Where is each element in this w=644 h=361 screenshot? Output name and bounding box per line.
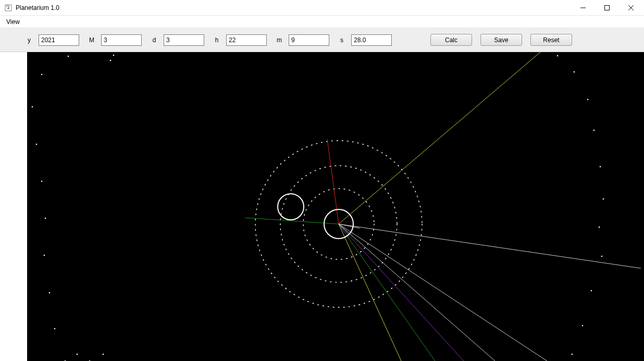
svg-line-35: [327, 139, 339, 224]
svg-point-28: [572, 354, 573, 355]
svg-point-27: [582, 325, 584, 327]
svg-point-23: [603, 198, 604, 200]
svg-point-21: [593, 130, 595, 131]
save-button[interactable]: Save: [480, 34, 522, 46]
svg-line-44: [339, 224, 495, 361]
app-icon: [4, 4, 13, 12]
planetarium-canvas[interactable]: [27, 52, 644, 361]
svg-point-47: [278, 194, 304, 220]
svg-point-16: [110, 60, 112, 61]
svg-point-7: [41, 181, 43, 182]
close-button[interactable]: [619, 0, 643, 15]
svg-line-40: [339, 224, 464, 361]
svg-point-15: [41, 74, 43, 76]
svg-point-26: [591, 290, 592, 292]
svg-point-14: [32, 106, 33, 108]
toolbar: y M d h m s Calc Save Reset: [0, 28, 644, 52]
menubar: View: [0, 16, 644, 28]
svg-point-31: [103, 354, 104, 355]
svg-point-24: [599, 227, 600, 228]
svg-point-25: [601, 256, 603, 257]
svg-point-20: [587, 99, 589, 101]
svg-line-37: [339, 224, 435, 361]
svg-line-42: [339, 224, 641, 268]
calc-button[interactable]: Calc: [430, 34, 472, 46]
svg-point-10: [49, 292, 51, 294]
reset-button[interactable]: Reset: [530, 34, 572, 46]
label-month: M: [89, 36, 95, 44]
input-day[interactable]: [164, 34, 204, 46]
svg-point-29: [557, 55, 559, 57]
svg-point-19: [574, 71, 575, 73]
window-titlebar: Planetarium 1.0: [0, 0, 644, 16]
label-second: s: [339, 36, 345, 44]
svg-rect-3: [605, 5, 610, 10]
svg-point-6: [36, 144, 38, 145]
input-second[interactable]: [351, 34, 392, 46]
label-hour: h: [214, 36, 220, 44]
svg-point-8: [45, 218, 46, 219]
svg-point-18: [68, 56, 69, 57]
menu-view[interactable]: View: [2, 17, 24, 27]
label-day: d: [151, 36, 157, 44]
label-year: y: [26, 36, 32, 44]
label-minute: m: [276, 36, 282, 44]
maximize-button[interactable]: [595, 0, 619, 15]
minimize-button[interactable]: [571, 0, 595, 15]
svg-point-11: [54, 328, 56, 330]
svg-point-22: [600, 166, 601, 168]
orbit-svg: [27, 52, 644, 361]
svg-line-38: [339, 52, 540, 224]
input-month[interactable]: [101, 34, 142, 46]
input-hour[interactable]: [226, 34, 267, 46]
svg-point-1: [7, 7, 9, 9]
svg-point-30: [77, 354, 78, 355]
svg-point-9: [44, 255, 45, 256]
input-minute[interactable]: [289, 34, 329, 46]
svg-point-17: [113, 55, 115, 56]
window-controls: [571, 0, 643, 15]
window-title: Planetarium 1.0: [16, 4, 571, 11]
input-year[interactable]: [39, 34, 79, 46]
